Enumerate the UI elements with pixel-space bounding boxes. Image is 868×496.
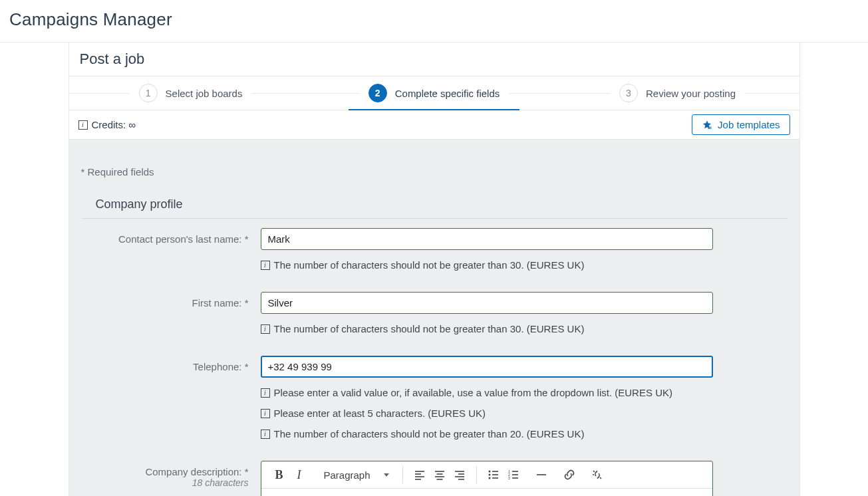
app-title: Campaigns Manager (9, 9, 859, 30)
app-header: Campaigns Manager (0, 0, 868, 43)
